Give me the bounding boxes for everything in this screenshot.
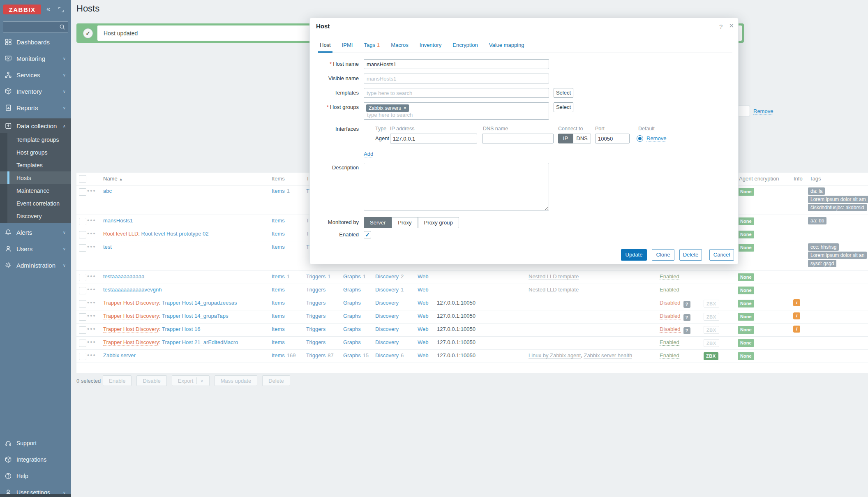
interface-ip-input[interactable] <box>390 134 477 143</box>
description-textarea[interactable] <box>364 163 549 210</box>
tag-badge[interactable]: sysd: gsgd <box>808 260 836 267</box>
items-link[interactable]: Items <box>272 352 285 358</box>
sidebar-item-hosts[interactable]: Hosts <box>0 171 71 184</box>
delete-button[interactable]: Delete <box>262 375 290 386</box>
web-link[interactable]: Web <box>418 273 429 280</box>
items-link[interactable]: Items <box>272 326 285 332</box>
row-checkbox[interactable] <box>79 313 86 321</box>
web-link[interactable]: Web <box>418 352 429 358</box>
host-prototype-link[interactable]: Trapper Host Discovery <box>103 313 159 319</box>
sidebar-item-event-correlation[interactable]: Event correlation <box>0 197 71 210</box>
filter-tag-input-fragment[interactable] <box>738 106 750 116</box>
row-menu-icon[interactable]: ••• <box>87 230 96 237</box>
chip-remove-icon[interactable]: × <box>404 105 406 111</box>
host-groups-multiselect[interactable]: Zabbix servers× type here to search <box>364 102 549 120</box>
status-help-icon[interactable]: ? <box>683 314 690 321</box>
sidebar-item-support[interactable]: Support <box>0 435 71 451</box>
template-link[interactable]: Zabbix server health <box>584 352 632 359</box>
items-link[interactable]: Items <box>272 231 285 237</box>
web-link[interactable]: Web <box>418 287 429 293</box>
interface-dns-input[interactable] <box>482 134 554 143</box>
triggers-link[interactable]: Triggers <box>306 339 326 345</box>
discovery-link[interactable]: Discovery <box>375 339 399 345</box>
items-link[interactable]: Items <box>272 188 285 194</box>
enable-button[interactable]: Enable <box>103 375 132 386</box>
tab-encryption[interactable]: Encryption <box>451 39 479 53</box>
status-link[interactable]: Enabled <box>660 339 679 346</box>
host-prototype-link[interactable]: Trapper Host Discovery <box>103 326 159 333</box>
row-checkbox[interactable] <box>79 353 86 360</box>
host-link[interactable]: testaaaaaaaaaaa <box>103 273 144 280</box>
row-checkbox[interactable] <box>79 340 86 347</box>
host-link[interactable]: Root level Host prototype 02 <box>141 231 209 237</box>
discovery-link[interactable]: Discovery <box>375 287 399 293</box>
triggers-link[interactable]: Triggers <box>306 300 326 306</box>
enabled-checkbox[interactable]: ✓ <box>364 231 371 238</box>
discovery-link[interactable]: Discovery <box>375 300 399 306</box>
tag-badge[interactable]: Lorem ipsum dolor sit an <box>808 252 867 259</box>
row-checkbox[interactable] <box>79 287 86 294</box>
status-help-icon[interactable]: ? <box>683 301 690 308</box>
graphs-link[interactable]: Graphs <box>343 287 361 293</box>
web-link[interactable]: Web <box>418 313 429 319</box>
status-link[interactable]: Enabled <box>660 273 679 280</box>
host-link[interactable]: test <box>103 244 112 250</box>
column-header-name[interactable]: Name▲ <box>103 176 123 182</box>
sidebar-item-reports[interactable]: Reports∨ <box>0 99 71 116</box>
disable-button[interactable]: Disable <box>136 375 166 386</box>
row-checkbox[interactable] <box>79 218 86 225</box>
host-groups-select-button[interactable]: Select <box>554 102 573 112</box>
export-button[interactable]: Export∨ <box>172 375 210 386</box>
row-menu-icon[interactable]: ••• <box>87 273 96 280</box>
row-checkbox[interactable] <box>79 231 86 238</box>
triggers-link[interactable]: Triggers <box>306 273 326 280</box>
triggers-link[interactable]: Triggers <box>306 352 326 358</box>
sidebar-item-alerts[interactable]: Alerts∨ <box>0 224 71 240</box>
sidebar-item-integrations[interactable]: Integrations <box>0 451 71 468</box>
tag-badge[interactable]: Lorem ipsum dolor sit am <box>808 196 868 203</box>
row-menu-icon[interactable]: ••• <box>87 243 96 250</box>
host-link[interactable]: Trapper Host 16 <box>162 326 200 332</box>
row-menu-icon[interactable]: ••• <box>87 351 96 358</box>
zabbix-logo[interactable]: ZABBIX <box>3 5 41 14</box>
template-link[interactable]: Linux by Zabbix agent <box>529 352 581 359</box>
web-link[interactable]: Web <box>418 326 429 332</box>
items-link[interactable]: Items <box>272 339 285 345</box>
tab-value-mapping[interactable]: Value mapping <box>487 39 526 53</box>
row-checkbox[interactable] <box>79 244 86 252</box>
sidebar-item-services[interactable]: Services∨ <box>0 67 71 83</box>
host-link[interactable]: Zabbix server <box>103 352 136 358</box>
graphs-link[interactable]: Graphs <box>343 300 361 306</box>
host-prototype-link[interactable]: Trapper Host Discovery <box>103 339 159 346</box>
template-link[interactable]: Nested LLD template <box>529 273 579 280</box>
tag-badge[interactable]: da: la <box>808 187 825 195</box>
connect-option-ip[interactable]: IP <box>558 134 573 143</box>
close-icon[interactable]: × <box>729 21 734 30</box>
monitored-by-server[interactable]: Server <box>364 217 392 228</box>
triggers-link[interactable]: Triggers <box>306 287 326 293</box>
discovery-link[interactable]: Discovery <box>375 352 399 358</box>
kiosk-mode-icon[interactable] <box>58 7 64 14</box>
host-link[interactable]: mansHosts1 <box>103 217 133 224</box>
row-menu-icon[interactable]: ••• <box>87 187 96 194</box>
filter-remove-link[interactable]: Remove <box>753 108 773 115</box>
clone-button[interactable]: Clone <box>652 249 674 261</box>
graphs-link[interactable]: Graphs <box>343 326 361 332</box>
sidebar-item-data-collection[interactable]: Data collection ∧ <box>0 118 71 133</box>
sidebar-collapse-icon[interactable]: « <box>46 5 50 13</box>
discovery-link[interactable]: Discovery <box>375 313 399 319</box>
graphs-link[interactable]: Graphs <box>343 339 361 345</box>
discovery-link[interactable]: Discovery <box>375 326 399 332</box>
tab-ipmi[interactable]: IPMI <box>340 39 355 53</box>
graphs-link[interactable]: Graphs <box>343 273 361 280</box>
monitored-by-proxy[interactable]: Proxy <box>392 217 418 228</box>
sidebar-item-template-groups[interactable]: Template groups <box>0 133 71 146</box>
graphs-link[interactable]: Graphs <box>343 313 361 319</box>
host-name-input[interactable] <box>364 59 549 69</box>
host-link[interactable]: Trapper Host 14_grupadzeesas <box>162 300 237 306</box>
sidebar-item-templates[interactable]: Templates <box>0 159 71 171</box>
tag-badge[interactable]: čiskdhdhfusjbc: akdbrsid <box>808 204 867 211</box>
row-menu-icon[interactable]: ••• <box>87 325 96 332</box>
host-prototype-link[interactable]: Root level LLD <box>103 231 138 237</box>
monitored-by-proxy-group[interactable]: Proxy group <box>418 217 459 228</box>
